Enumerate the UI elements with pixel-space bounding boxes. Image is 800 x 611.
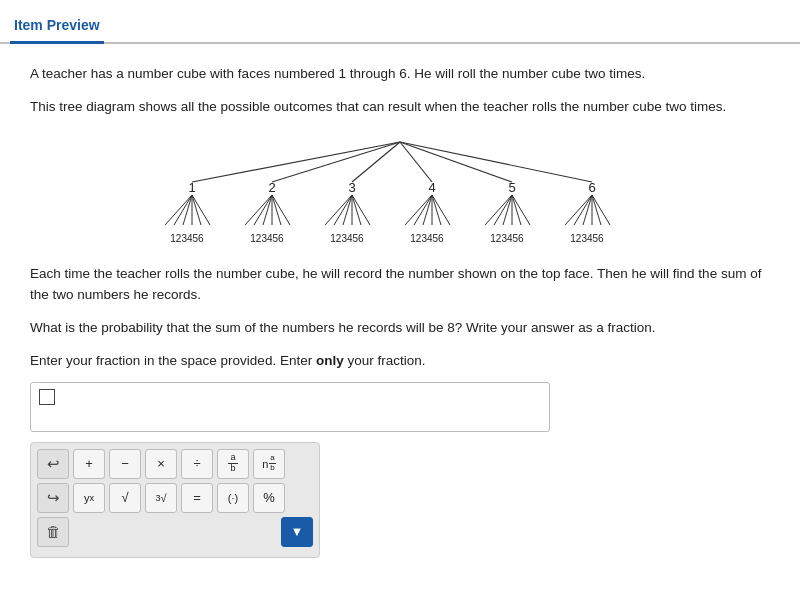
keyboard-row-2: ↪ yx √ 3√ = (·) % [37,483,313,513]
svg-line-29 [352,195,370,225]
fraction-icon: a b [228,453,237,474]
mixed-number-icon: n a b [262,454,276,473]
svg-line-41 [512,195,530,225]
svg-line-35 [432,195,450,225]
multiply-button[interactable]: × [145,449,177,479]
svg-line-34 [432,195,441,225]
svg-line-1 [272,142,400,182]
backspace-button[interactable]: ↩ [37,449,69,479]
parentheses-button[interactable]: (·) [217,483,249,513]
tree-diagram: 1 2 3 4 5 6 [30,130,770,250]
percent-button[interactable]: % [253,483,285,513]
sqrt-button[interactable]: √ [109,483,141,513]
cbrt-button[interactable]: 3√ [145,483,177,513]
main-container: Item Preview A teacher has a number cube… [0,0,800,611]
svg-line-40 [512,195,521,225]
svg-line-19 [254,195,272,225]
svg-line-13 [174,195,192,225]
answer-instructions: Enter your fraction in the space provide… [30,351,770,372]
minus-button[interactable]: − [109,449,141,479]
svg-line-17 [192,195,210,225]
svg-line-31 [414,195,432,225]
power-button[interactable]: yx [73,483,105,513]
svg-line-28 [352,195,361,225]
svg-text:1: 1 [188,180,195,195]
question-paragraph4: What is the probability that the sum of … [30,318,770,339]
fraction-input-box[interactable] [30,382,550,432]
divide-button[interactable]: ÷ [181,449,213,479]
trash-button[interactable]: 🗑 [37,517,69,547]
svg-text:123456: 123456 [250,233,284,244]
keyboard-row-3: 🗑 ▼ [37,517,313,547]
item-preview-tab[interactable]: Item Preview [10,9,104,44]
svg-text:123456: 123456 [490,233,524,244]
svg-text:3: 3 [348,180,355,195]
math-keyboard: ↩ + − × ÷ a b n [30,442,320,558]
dropdown-button[interactable]: ▼ [281,517,313,547]
question-paragraph2: This tree diagram shows all the possible… [30,97,770,118]
tab-bar: Item Preview [0,0,800,44]
svg-line-46 [592,195,601,225]
svg-text:5: 5 [508,180,515,195]
svg-line-47 [592,195,610,225]
svg-text:123456: 123456 [330,233,364,244]
svg-line-16 [192,195,201,225]
equals-button[interactable]: = [181,483,213,513]
plus-button[interactable]: + [73,449,105,479]
svg-line-25 [334,195,352,225]
svg-line-0 [192,142,400,182]
mixed-number-button[interactable]: n a b [253,449,285,479]
svg-line-22 [272,195,281,225]
svg-line-23 [272,195,290,225]
input-cursor [39,389,55,405]
svg-line-43 [574,195,592,225]
question-paragraph1: A teacher has a number cube with faces n… [30,64,770,85]
keyboard-row-1: ↩ + − × ÷ a b n [37,449,313,479]
svg-line-2 [352,142,400,182]
fraction-button[interactable]: a b [217,449,249,479]
svg-line-37 [494,195,512,225]
svg-text:123456: 123456 [410,233,444,244]
svg-text:123456: 123456 [570,233,604,244]
question-paragraph3: Each time the teacher rolls the number c… [30,264,770,306]
svg-text:123456: 123456 [170,233,204,244]
svg-text:6: 6 [588,180,595,195]
answer-section: Enter your fraction in the space provide… [30,351,770,558]
content-area: A teacher has a number cube with faces n… [0,44,800,611]
forward-button[interactable]: ↪ [37,483,69,513]
svg-text:4: 4 [428,180,435,195]
tree-diagram-svg: 1 2 3 4 5 6 [150,130,650,250]
svg-text:2: 2 [268,180,275,195]
